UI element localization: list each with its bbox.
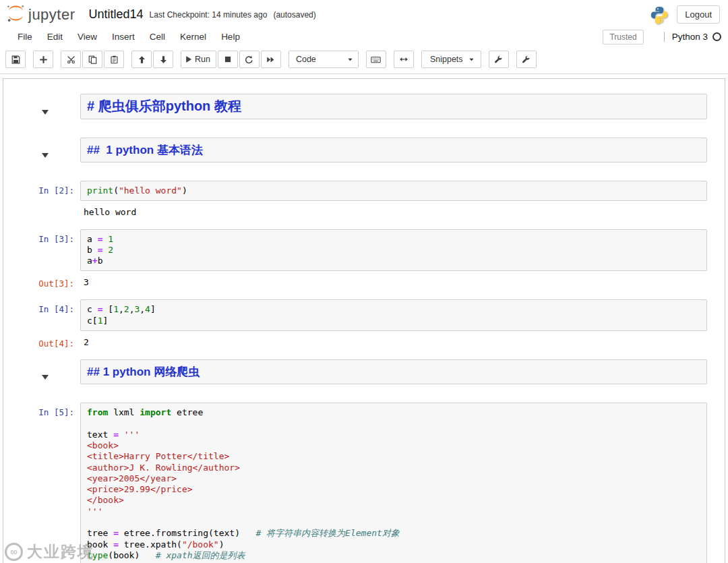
move-cell-down-button[interactable] <box>153 51 173 68</box>
copy-cells-button[interactable] <box>82 51 102 68</box>
code-input-area[interactable]: from lxml import etree text = ''' <book>… <box>80 403 707 563</box>
output-prompt: Out[4]: <box>3 334 80 349</box>
arrow-up-icon <box>138 55 146 64</box>
code-cell[interactable]: In [5]:from lxml import etree text = '''… <box>3 403 725 563</box>
notebook-title[interactable]: Untitled14 <box>89 7 144 22</box>
keyboard-icon <box>371 55 381 64</box>
configurator-button[interactable] <box>516 51 537 68</box>
move-cell-up-button[interactable] <box>131 51 152 68</box>
snippets-dropdown[interactable]: Snippets <box>421 51 481 68</box>
stop-icon <box>224 55 232 63</box>
arrow-down-icon <box>159 55 168 64</box>
code-input-area[interactable]: print("hello word") <box>80 181 707 201</box>
menu-insert[interactable]: Insert <box>104 28 142 45</box>
prompt-area: In [5]: <box>3 403 80 563</box>
jupyter-planet-icon <box>5 3 26 26</box>
caret-down-icon <box>468 57 475 63</box>
paste-cells-button[interactable] <box>104 51 124 68</box>
cell-list: # 爬虫俱乐部python 教程## 1 python 基本语法In [2]:p… <box>3 94 725 563</box>
collapse-heading-arrow-icon[interactable] <box>42 375 49 380</box>
command-palette-button[interactable] <box>366 51 386 68</box>
markdown-heading-text: ## 1 python 基本语法 <box>80 138 707 162</box>
cell-type-select[interactable]: Code <box>289 51 359 68</box>
notebook: # 爬虫俱乐部python 教程## 1 python 基本语法In [2]:p… <box>3 78 725 563</box>
menu-edit[interactable]: Edit <box>40 28 70 45</box>
output-prompt-area <box>3 204 80 218</box>
paste-icon <box>110 55 119 64</box>
menu-help[interactable]: Help <box>214 28 247 45</box>
trusted-badge: Trusted <box>603 30 643 45</box>
code-input-area[interactable]: a = 1 b = 2 a+b <box>80 229 707 272</box>
markdown-cell[interactable]: ## 1 python 基本语法 <box>3 138 725 162</box>
kernel-indicator: Python 3 <box>664 32 721 42</box>
markdown-heading-text: ## 1 python 网络爬虫 <box>80 359 707 384</box>
nbextensions-button[interactable] <box>489 51 509 68</box>
input-prompt: In [4]: <box>3 299 80 314</box>
prompt-area <box>3 138 80 162</box>
markdown-cell[interactable]: ## 1 python 网络爬虫 <box>3 359 725 384</box>
run-button[interactable]: Run <box>181 51 216 68</box>
prompt-area: In [2]: <box>3 181 80 201</box>
collapse-heading-arrow-icon[interactable] <box>42 110 49 115</box>
code-cell[interactable]: In [2]:print("hello word")hello word <box>3 181 725 218</box>
prompt-area <box>3 94 80 119</box>
toolbar: RunCodeSnippets <box>0 47 728 74</box>
prompt-area: In [4]: <box>3 299 80 331</box>
menubar: FileEditViewInsertCellKernelHelp Trusted… <box>0 27 728 47</box>
kernel-name: Python 3 <box>672 32 708 42</box>
play-icon <box>185 55 193 63</box>
checkpoint-status: Last Checkpoint: 14 minutes ago <box>150 10 268 20</box>
code-input-area[interactable]: c = [1,2,3,4] c[1] <box>80 299 707 331</box>
wrench-icon <box>494 55 503 64</box>
logout-button[interactable]: Logout <box>677 5 720 24</box>
cell-output: hello word <box>80 204 707 218</box>
input-prompt: In [5]: <box>3 403 80 417</box>
scissors-icon <box>67 55 75 64</box>
input-prompt: In [3]: <box>3 229 80 244</box>
caret-down-icon <box>347 57 353 63</box>
prompt-area: In [3]: <box>3 229 80 272</box>
autosave-status: (autosaved) <box>273 10 315 20</box>
menu-view[interactable]: View <box>70 28 104 45</box>
save-icon <box>11 55 20 64</box>
code-cell[interactable]: In [3]:a = 1 b = 2 a+bOut[3]:3 <box>3 229 725 289</box>
copy-icon <box>88 55 97 64</box>
code-cell[interactable]: In [4]:c = [1,2,3,4] c[1]Out[4]:2 <box>3 299 725 349</box>
plus-icon <box>39 55 48 64</box>
restart-kernel-button[interactable] <box>239 51 260 68</box>
jupyter-wordmark: jupyter <box>28 6 75 24</box>
snippets-dropdown-label: Snippets <box>430 55 463 64</box>
cell-output: 3 <box>80 274 707 289</box>
menu-file[interactable]: File <box>10 28 40 45</box>
markdown-cell[interactable]: # 爬虫俱乐部python 教程 <box>3 94 725 119</box>
menu-list: FileEditViewInsertCellKernelHelp <box>10 28 247 45</box>
run-button-label: Run <box>195 55 210 64</box>
markdown-heading-text: # 爬虫俱乐部python 教程 <box>80 94 707 119</box>
interrupt-kernel-button[interactable] <box>218 51 238 68</box>
header: jupyter Untitled14 Last Checkpoint: 14 m… <box>0 0 728 27</box>
cell-width-button[interactable] <box>394 51 414 68</box>
output-prompt-area: Out[4]: <box>3 334 80 349</box>
cut-cells-button[interactable] <box>61 51 81 68</box>
kernel-idle-icon <box>712 32 721 41</box>
input-prompt: In [2]: <box>3 181 80 196</box>
cell-output: 2 <box>80 334 707 349</box>
menu-cell[interactable]: Cell <box>142 28 173 45</box>
refresh-icon <box>245 55 253 64</box>
python-logo <box>650 5 669 24</box>
output-prompt-area: Out[3]: <box>3 274 80 289</box>
collapse-heading-arrow-icon[interactable] <box>42 153 49 158</box>
output-prompt: Out[3]: <box>3 274 80 289</box>
notebook-site: # 爬虫俱乐部python 教程## 1 python 基本语法In [2]:p… <box>0 74 728 563</box>
prompt-area <box>3 359 80 384</box>
fast-forward-icon <box>266 55 275 64</box>
save-button[interactable] <box>5 51 26 68</box>
restart-run-all-button[interactable] <box>261 51 281 68</box>
jupyter-app: jupyter Untitled14 Last Checkpoint: 14 m… <box>0 0 728 563</box>
jupyter-logo[interactable]: jupyter <box>5 3 75 26</box>
wrench-icon <box>522 55 530 64</box>
cell-type-select-label: Code <box>296 55 316 64</box>
arrows-h-icon <box>399 55 408 63</box>
add-cell-button[interactable] <box>33 51 53 68</box>
menu-kernel[interactable]: Kernel <box>173 28 214 45</box>
